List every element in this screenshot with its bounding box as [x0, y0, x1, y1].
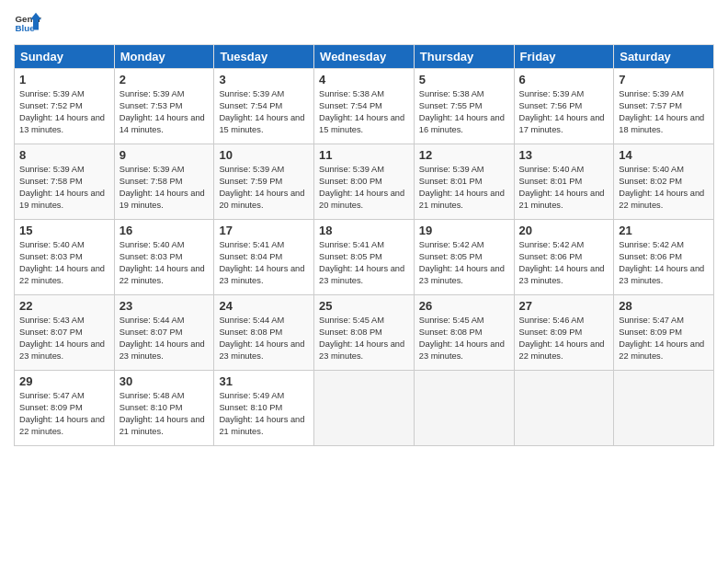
day-info: Sunrise: 5:39 AMSunset: 7:52 PMDaylight:…	[19, 88, 109, 136]
day-info: Sunrise: 5:39 AMSunset: 7:53 PMDaylight:…	[119, 88, 210, 136]
calendar-day-cell: 6Sunrise: 5:39 AMSunset: 7:56 PMDaylight…	[514, 69, 614, 144]
day-number: 22	[19, 299, 109, 313]
day-number: 25	[319, 299, 409, 313]
calendar-day-cell: 17Sunrise: 5:41 AMSunset: 8:04 PMDayligh…	[214, 220, 314, 295]
calendar-day-cell: 15Sunrise: 5:40 AMSunset: 8:03 PMDayligh…	[15, 220, 115, 295]
day-info: Sunrise: 5:45 AMSunset: 8:08 PMDaylight:…	[319, 315, 409, 362]
day-info: Sunrise: 5:48 AMSunset: 8:10 PMDaylight:…	[119, 390, 210, 438]
calendar-day-cell: 30Sunrise: 5:48 AMSunset: 8:10 PMDayligh…	[114, 371, 214, 446]
calendar-day-cell: 29Sunrise: 5:47 AMSunset: 8:09 PMDayligh…	[15, 371, 115, 446]
calendar-day-cell: 20Sunrise: 5:42 AMSunset: 8:06 PMDayligh…	[514, 220, 614, 295]
day-info: Sunrise: 5:45 AMSunset: 8:08 PMDaylight:…	[419, 315, 509, 362]
day-info: Sunrise: 5:40 AMSunset: 8:03 PMDaylight:…	[19, 239, 109, 287]
day-number: 16	[119, 224, 210, 237]
day-number: 17	[219, 224, 309, 237]
day-number: 30	[119, 374, 210, 388]
day-number: 29	[19, 374, 109, 388]
day-number: 21	[619, 224, 709, 237]
calendar-header-thursday: Thursday	[414, 45, 514, 69]
calendar-header-sunday: Sunday	[15, 45, 115, 69]
day-number: 28	[619, 299, 709, 313]
calendar-week-row: 1Sunrise: 5:39 AMSunset: 7:52 PMDaylight…	[15, 69, 714, 144]
calendar-day-cell: 11Sunrise: 5:39 AMSunset: 8:00 PMDayligh…	[314, 144, 415, 220]
day-info: Sunrise: 5:38 AMSunset: 7:55 PMDaylight:…	[419, 88, 509, 136]
calendar-day-cell: 18Sunrise: 5:41 AMSunset: 8:05 PMDayligh…	[314, 220, 415, 295]
day-info: Sunrise: 5:47 AMSunset: 8:09 PMDaylight:…	[619, 315, 709, 362]
svg-text:Blue: Blue	[16, 23, 36, 33]
calendar-day-cell: 3Sunrise: 5:39 AMSunset: 7:54 PMDaylight…	[214, 69, 314, 144]
day-info: Sunrise: 5:49 AMSunset: 8:10 PMDaylight:…	[219, 390, 309, 438]
day-number: 20	[519, 224, 609, 237]
calendar-header-saturday: Saturday	[614, 45, 714, 69]
day-number: 11	[319, 148, 409, 162]
calendar-day-cell: 7Sunrise: 5:39 AMSunset: 7:57 PMDaylight…	[614, 69, 714, 144]
page-header: General Blue	[14, 9, 714, 37]
day-info: Sunrise: 5:41 AMSunset: 8:05 PMDaylight:…	[319, 239, 409, 287]
day-number: 10	[219, 148, 309, 162]
day-info: Sunrise: 5:41 AMSunset: 8:04 PMDaylight:…	[219, 239, 309, 287]
calendar-week-row: 8Sunrise: 5:39 AMSunset: 7:58 PMDaylight…	[15, 144, 714, 220]
calendar-day-cell: 10Sunrise: 5:39 AMSunset: 7:59 PMDayligh…	[214, 144, 314, 220]
calendar-day-cell: 25Sunrise: 5:45 AMSunset: 8:08 PMDayligh…	[314, 295, 415, 371]
calendar-day-cell: 2Sunrise: 5:39 AMSunset: 7:53 PMDaylight…	[114, 69, 214, 144]
day-number: 23	[119, 299, 210, 313]
day-info: Sunrise: 5:39 AMSunset: 7:54 PMDaylight:…	[219, 88, 309, 136]
day-info: Sunrise: 5:39 AMSunset: 8:01 PMDaylight:…	[419, 164, 509, 212]
calendar-day-cell: 8Sunrise: 5:39 AMSunset: 7:58 PMDaylight…	[15, 144, 115, 220]
day-info: Sunrise: 5:38 AMSunset: 7:54 PMDaylight:…	[319, 88, 409, 136]
calendar-header-row: SundayMondayTuesdayWednesdayThursdayFrid…	[15, 45, 714, 69]
day-info: Sunrise: 5:39 AMSunset: 7:58 PMDaylight:…	[119, 164, 210, 212]
day-number: 9	[119, 148, 210, 162]
day-number: 31	[219, 374, 309, 388]
day-info: Sunrise: 5:43 AMSunset: 8:07 PMDaylight:…	[19, 315, 109, 362]
day-number: 24	[219, 299, 309, 313]
calendar-day-cell: 13Sunrise: 5:40 AMSunset: 8:01 PMDayligh…	[514, 144, 614, 220]
calendar-day-cell: 19Sunrise: 5:42 AMSunset: 8:05 PMDayligh…	[414, 220, 514, 295]
calendar-day-cell: 1Sunrise: 5:39 AMSunset: 7:52 PMDaylight…	[15, 69, 115, 144]
page-container: General Blue SundayMondayTuesdayWednesda…	[0, 0, 728, 563]
calendar-day-cell: 16Sunrise: 5:40 AMSunset: 8:03 PMDayligh…	[114, 220, 214, 295]
day-info: Sunrise: 5:39 AMSunset: 7:57 PMDaylight:…	[619, 88, 709, 136]
day-number: 19	[419, 224, 509, 237]
day-info: Sunrise: 5:40 AMSunset: 8:03 PMDaylight:…	[119, 239, 210, 287]
day-info: Sunrise: 5:42 AMSunset: 8:05 PMDaylight:…	[419, 239, 509, 287]
day-number: 26	[419, 299, 509, 313]
day-info: Sunrise: 5:39 AMSunset: 7:59 PMDaylight:…	[219, 164, 309, 212]
day-number: 27	[519, 299, 609, 313]
day-number: 18	[319, 224, 409, 237]
calendar-day-cell: 21Sunrise: 5:42 AMSunset: 8:06 PMDayligh…	[614, 220, 714, 295]
calendar-day-cell	[514, 371, 614, 446]
day-number: 12	[419, 148, 509, 162]
day-info: Sunrise: 5:42 AMSunset: 8:06 PMDaylight:…	[619, 239, 709, 287]
day-info: Sunrise: 5:39 AMSunset: 7:58 PMDaylight:…	[19, 164, 109, 212]
day-info: Sunrise: 5:39 AMSunset: 8:00 PMDaylight:…	[319, 164, 409, 212]
day-info: Sunrise: 5:42 AMSunset: 8:06 PMDaylight:…	[519, 239, 609, 287]
day-number: 6	[519, 73, 609, 86]
day-number: 13	[519, 148, 609, 162]
day-number: 5	[419, 73, 509, 86]
calendar-day-cell: 26Sunrise: 5:45 AMSunset: 8:08 PMDayligh…	[414, 295, 514, 371]
calendar-day-cell: 4Sunrise: 5:38 AMSunset: 7:54 PMDaylight…	[314, 69, 415, 144]
day-number: 1	[19, 73, 109, 86]
calendar-day-cell: 12Sunrise: 5:39 AMSunset: 8:01 PMDayligh…	[414, 144, 514, 220]
calendar-header-tuesday: Tuesday	[214, 45, 314, 69]
calendar-header-monday: Monday	[114, 45, 214, 69]
calendar-day-cell: 27Sunrise: 5:46 AMSunset: 8:09 PMDayligh…	[514, 295, 614, 371]
calendar-week-row: 29Sunrise: 5:47 AMSunset: 8:09 PMDayligh…	[15, 371, 714, 446]
calendar-day-cell: 28Sunrise: 5:47 AMSunset: 8:09 PMDayligh…	[614, 295, 714, 371]
day-number: 4	[319, 73, 409, 86]
calendar-day-cell	[314, 371, 415, 446]
day-info: Sunrise: 5:44 AMSunset: 8:08 PMDaylight:…	[219, 315, 309, 362]
day-number: 15	[19, 224, 109, 237]
logo-icon: General Blue	[14, 9, 41, 37]
calendar-day-cell: 14Sunrise: 5:40 AMSunset: 8:02 PMDayligh…	[614, 144, 714, 220]
day-number: 14	[619, 148, 709, 162]
day-number: 3	[219, 73, 309, 86]
calendar-day-cell	[614, 371, 714, 446]
day-info: Sunrise: 5:39 AMSunset: 7:56 PMDaylight:…	[519, 88, 609, 136]
day-info: Sunrise: 5:47 AMSunset: 8:09 PMDaylight:…	[19, 390, 109, 438]
calendar-day-cell: 22Sunrise: 5:43 AMSunset: 8:07 PMDayligh…	[15, 295, 115, 371]
day-info: Sunrise: 5:44 AMSunset: 8:07 PMDaylight:…	[119, 315, 210, 362]
calendar-day-cell: 5Sunrise: 5:38 AMSunset: 7:55 PMDaylight…	[414, 69, 514, 144]
day-info: Sunrise: 5:40 AMSunset: 8:02 PMDaylight:…	[619, 164, 709, 212]
